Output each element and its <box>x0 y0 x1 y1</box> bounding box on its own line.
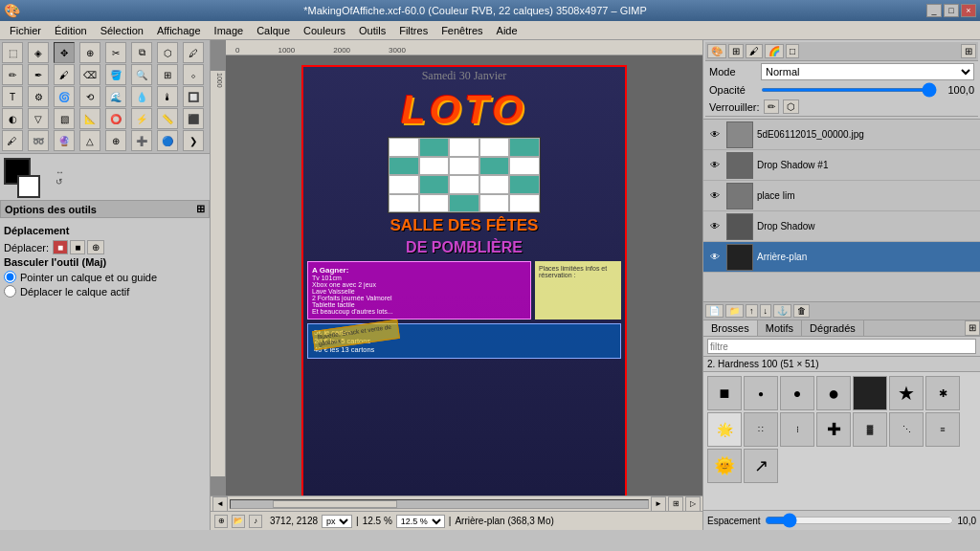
menu-image[interactable]: Image <box>209 24 250 37</box>
tool-add[interactable]: ➕ <box>131 130 152 151</box>
tab-degrades[interactable]: Dégradés <box>802 320 864 336</box>
brush-item-circle3[interactable]: ● <box>816 376 851 410</box>
menu-filtres[interactable]: Filtres <box>393 24 434 37</box>
tool-more[interactable]: ❯ <box>183 130 204 151</box>
tool-square[interactable]: ⬛ <box>183 108 204 129</box>
deplacer-btn3[interactable]: ⊕ <box>87 240 104 254</box>
tab-motifs[interactable]: Motifs <box>758 320 802 336</box>
layer-down-btn[interactable]: ↓ <box>760 304 772 318</box>
mode-select[interactable]: Normal <box>761 63 974 80</box>
brush-filter-input[interactable] <box>707 339 976 354</box>
tool-diamond[interactable]: ⬦ <box>183 64 204 85</box>
layer-item-0[interactable]: 👁 5dE06112015_00000.jpg <box>703 120 980 150</box>
deplacer-btn2[interactable]: ■ <box>70 240 85 254</box>
tool-line[interactable]: 📏 <box>157 108 178 129</box>
color-area[interactable] <box>4 158 52 196</box>
layer-anchor-btn[interactable]: ⚓ <box>773 304 791 318</box>
opacity-slider[interactable] <box>761 88 937 92</box>
menu-calque[interactable]: Calque <box>251 24 296 37</box>
panel-icon-2[interactable]: ⊞ <box>728 44 744 58</box>
menu-outils[interactable]: Outils <box>353 24 391 37</box>
tab-brosses[interactable]: Brosses <box>703 320 758 336</box>
tool-copy[interactable]: ⧉ <box>131 42 152 63</box>
layer-eye-3[interactable]: 👁 <box>707 219 723 234</box>
close-button[interactable]: × <box>961 4 976 17</box>
brush-item-circle4[interactable] <box>853 376 887 410</box>
layer-new-btn[interactable]: 📄 <box>705 304 724 318</box>
nav-extend-icon[interactable]: ▷ <box>685 496 701 512</box>
menu-selection[interactable]: Sélection <box>95 24 149 37</box>
menu-couleurs[interactable]: Couleurs <box>298 24 351 37</box>
layer-eye-1[interactable]: 👁 <box>707 158 723 173</box>
brush-item-sun[interactable]: 🌞 <box>707 449 742 483</box>
tool-triangle[interactable]: ▽ <box>28 108 49 129</box>
status-zoom-select[interactable]: 12.5 % <box>396 515 445 528</box>
tool-magnify[interactable]: 🔍 <box>131 64 152 85</box>
layer-item-4[interactable]: 👁 Arrière-plan <box>703 242 980 273</box>
layer-item-1[interactable]: 👁 Drop Shadow #1 <box>703 150 980 181</box>
minimize-button[interactable]: _ <box>926 4 942 17</box>
lock-btn1[interactable]: ✏ <box>764 99 779 114</box>
tool-hex[interactable]: ⬡ <box>157 42 178 63</box>
tool-settings[interactable]: ⚙ <box>28 86 49 107</box>
nav-corner-icon[interactable]: ⊞ <box>668 496 683 512</box>
horizontal-scrollbar[interactable]: ◄ ► ⊞ ▷ <box>211 496 702 511</box>
panel-icon-4[interactable]: 🌈 <box>765 44 784 58</box>
expand-icon[interactable]: ⊞ <box>196 203 205 215</box>
tool-lightning[interactable]: ⚡ <box>131 108 152 129</box>
tool-perspective[interactable]: 🔮 <box>54 130 75 151</box>
status-open-icon[interactable]: 📂 <box>232 515 245 528</box>
tool-text[interactable]: T <box>2 86 23 107</box>
nav-right-icon[interactable]: ► <box>651 496 666 512</box>
brush-item-circle2[interactable]: ● <box>780 376 814 410</box>
tool-ink[interactable]: ✒ <box>28 64 49 85</box>
tool-measure[interactable]: 🌡 <box>157 86 178 107</box>
layer-eye-0[interactable]: 👁 <box>707 127 723 143</box>
brush-item-star[interactable]: ★ <box>889 376 924 410</box>
tool-plus[interactable]: ⊕ <box>105 130 126 151</box>
layer-eye-4[interactable]: 👁 <box>707 250 723 265</box>
brush-item-cross[interactable]: ✚ <box>816 412 851 447</box>
tool-cut[interactable]: ✂ <box>105 42 126 63</box>
tool-grid[interactable]: ⊞ <box>157 64 178 85</box>
spacing-slider[interactable] <box>765 513 954 528</box>
tool-pattern[interactable]: ▧ <box>54 108 75 129</box>
deplacer-btn1[interactable]: ■ <box>53 240 68 254</box>
menu-fenetres[interactable]: Fenêtres <box>435 24 488 37</box>
tool-rotate[interactable]: ⟲ <box>79 86 100 107</box>
layer-eye-2[interactable]: 👁 <box>707 188 723 204</box>
status-music-icon[interactable]: ♪ <box>249 515 262 528</box>
menu-aide[interactable]: Aide <box>491 24 523 37</box>
scrollbar-track[interactable] <box>230 499 649 509</box>
scrollbar-thumb[interactable] <box>273 500 398 508</box>
panel-icon-5[interactable]: □ <box>786 44 799 58</box>
menu-affichage[interactable]: Affichage <box>151 24 207 37</box>
brush-item-circle1[interactable]: ● <box>744 376 778 410</box>
panel-icon-3[interactable]: 🖌 <box>746 44 763 58</box>
nav-left-icon[interactable]: ◄ <box>212 496 228 512</box>
brush-item-grunge1[interactable]: ∷ <box>744 412 778 447</box>
deplacer-actif-radio[interactable] <box>4 285 16 298</box>
tool-ruler[interactable]: 📐 <box>79 108 100 129</box>
tool-eraser[interactable]: ⌫ <box>79 64 100 85</box>
brush-item-splat1[interactable]: ✱ <box>925 376 960 410</box>
background-color[interactable] <box>17 175 40 198</box>
layer-folder-btn[interactable]: 📁 <box>725 304 744 318</box>
pointer-radio[interactable] <box>4 271 16 283</box>
tool-drop[interactable]: 💧 <box>131 86 152 107</box>
layer-up-btn[interactable]: ↑ <box>746 304 758 318</box>
tool-bucket[interactable]: 🪣 <box>105 64 126 85</box>
tool-arrow[interactable]: △ <box>79 130 100 151</box>
tool-pen[interactable]: 🖊 <box>183 42 204 63</box>
tool-spiral[interactable]: 🌀 <box>54 86 75 107</box>
panel-icon-1[interactable]: 🎨 <box>707 44 726 58</box>
tool-circle[interactable]: ⭕ <box>105 108 126 129</box>
tool-new[interactable]: ⬚ <box>2 42 23 63</box>
tool-select[interactable]: ◈ <box>28 42 49 63</box>
layers-panel[interactable]: 👁 5dE06112015_00000.jpg 👁 Drop Shadow #1… <box>703 120 980 301</box>
menu-edition[interactable]: Édition <box>49 24 93 37</box>
layer-delete-btn[interactable]: 🗑 <box>793 304 810 318</box>
brush-item-grunge2[interactable]: ⁞ <box>780 412 814 447</box>
tool-brush[interactable]: 🖌 <box>54 64 75 85</box>
status-new-icon[interactable]: ⊕ <box>214 515 228 528</box>
